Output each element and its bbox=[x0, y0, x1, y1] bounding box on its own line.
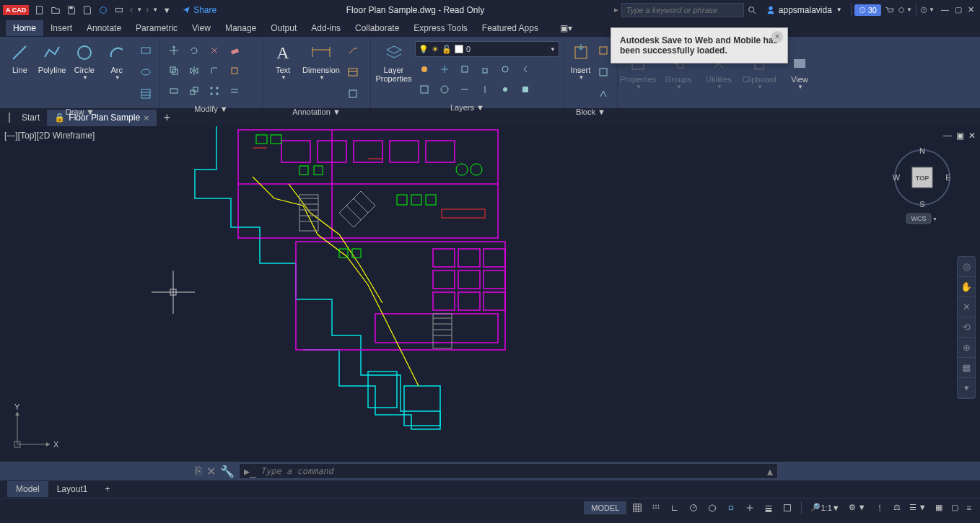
layer-off-tool[interactable] bbox=[415, 60, 434, 79]
orbit-icon[interactable]: ⟲ bbox=[958, 317, 975, 338]
pan-icon[interactable]: ✋ bbox=[958, 277, 975, 297]
layout-tab-layout1[interactable]: Layout1 bbox=[48, 481, 97, 497]
maximize-button[interactable]: ▢ bbox=[955, 5, 962, 14]
viewcube[interactable]: N S W E TOP WCS ▼ bbox=[886, 145, 958, 217]
attr-tool[interactable] bbox=[594, 84, 613, 103]
panel-modify-label[interactable]: Modify ▼ bbox=[162, 103, 261, 115]
qat-dropdown-icon[interactable]: ▼ bbox=[159, 3, 174, 17]
layer-tool-d[interactable] bbox=[476, 80, 494, 99]
saveas-icon[interactable] bbox=[80, 3, 95, 17]
new-icon[interactable] bbox=[32, 3, 47, 17]
scale-tool[interactable] bbox=[185, 82, 204, 100]
status-osnap-icon[interactable] bbox=[723, 501, 739, 514]
trim-tool[interactable] bbox=[205, 41, 224, 60]
vp-maximize-icon[interactable]: ▣ bbox=[956, 131, 964, 141]
panel-draw-label[interactable]: Draw ▼ bbox=[1, 106, 158, 118]
layer-tool-e[interactable] bbox=[496, 80, 515, 99]
layer-tool-b[interactable] bbox=[435, 80, 454, 99]
web-save-icon[interactable] bbox=[96, 3, 110, 17]
rectangle-tool[interactable] bbox=[136, 41, 155, 60]
plot-icon[interactable] bbox=[112, 3, 126, 17]
mirror-tool[interactable] bbox=[185, 61, 204, 80]
circle-tool[interactable]: Circle▼ bbox=[69, 41, 100, 81]
save-icon[interactable] bbox=[64, 3, 79, 17]
status-annoscale-icon[interactable]: ⚖ bbox=[891, 501, 904, 514]
explode-tool[interactable] bbox=[225, 61, 244, 80]
stretch-tool[interactable] bbox=[165, 82, 183, 100]
tab-view[interactable]: View bbox=[185, 20, 218, 36]
polyline-tool[interactable]: Polyline bbox=[37, 41, 68, 74]
rotate-tool[interactable] bbox=[185, 41, 204, 60]
tab-addins[interactable]: Add-ins bbox=[304, 20, 348, 36]
search-input[interactable] bbox=[621, 3, 744, 17]
hatch-tool[interactable] bbox=[136, 84, 155, 103]
line-tool[interactable]: Line bbox=[4, 41, 35, 74]
status-snap-icon[interactable] bbox=[648, 501, 664, 514]
layer-properties-tool[interactable]: Layer Properties bbox=[375, 41, 412, 99]
tab-home[interactable]: Home bbox=[6, 20, 43, 36]
status-workspace-icon[interactable]: ☰ ▼ bbox=[906, 501, 929, 514]
vp-close-icon[interactable]: ✕ bbox=[968, 131, 976, 141]
layer-freeze-tool[interactable] bbox=[435, 60, 454, 79]
cmd-custom-icon[interactable]: 🔧 bbox=[220, 465, 235, 478]
move-tool[interactable] bbox=[165, 41, 183, 60]
nav-dropdown-icon[interactable]: ▾ bbox=[958, 378, 975, 398]
status-gear-icon[interactable]: ⚙ ▼ bbox=[846, 501, 869, 514]
command-input-wrap[interactable]: ▸_ ▴ bbox=[239, 463, 778, 479]
panel-layers-label[interactable]: Layers ▼ bbox=[372, 102, 562, 113]
leader-tool[interactable] bbox=[344, 41, 362, 60]
share-button[interactable]: Share bbox=[182, 5, 216, 15]
layer-dropdown[interactable]: 💡 ☀ 🔓 0 ▼ bbox=[415, 41, 559, 57]
offset-tool[interactable] bbox=[225, 82, 244, 100]
layer-match-tool[interactable] bbox=[496, 60, 515, 79]
drawing-canvas[interactable]: [—][Top][2D Wireframe] — ▣ ✕ N S W E TOP… bbox=[0, 126, 980, 462]
cmd-history-icon[interactable]: ⎘ bbox=[195, 465, 202, 478]
text-tool[interactable]: AText▼ bbox=[267, 41, 299, 81]
command-input[interactable] bbox=[261, 466, 763, 476]
ellipse-tool[interactable] bbox=[136, 63, 155, 82]
layer-lock-tool[interactable] bbox=[476, 60, 494, 79]
dimension-tool[interactable]: Dimension▼ bbox=[300, 41, 342, 81]
status-transparency-icon[interactable] bbox=[779, 501, 795, 514]
status-ortho-icon[interactable] bbox=[667, 501, 683, 514]
status-grid-icon[interactable] bbox=[629, 501, 645, 514]
erase-tool[interactable] bbox=[225, 41, 244, 60]
copy-tool[interactable] bbox=[165, 61, 183, 80]
user-menu[interactable]: appsmalavida ▼ bbox=[766, 5, 842, 15]
toast-close-icon[interactable]: × bbox=[771, 31, 783, 43]
search-arrow-icon[interactable]: ▸ bbox=[614, 5, 618, 14]
nav-collapse-icon[interactable]: ▦ bbox=[958, 358, 975, 378]
zoom-extents-icon[interactable]: ✕ bbox=[958, 297, 975, 317]
showmotion-icon[interactable]: ⊕ bbox=[958, 338, 975, 358]
status-cleanscreen-icon[interactable]: ▢ bbox=[948, 501, 961, 514]
panel-annotation-label[interactable]: Annotation ▼ bbox=[264, 106, 369, 118]
tab-express[interactable]: Express Tools bbox=[406, 20, 474, 36]
status-annomonitor-icon[interactable] bbox=[872, 501, 888, 514]
status-model-space[interactable]: MODEL bbox=[584, 501, 626, 514]
full-nav-wheel-icon[interactable]: ◎ bbox=[958, 257, 975, 277]
layer-iso-tool[interactable] bbox=[455, 60, 474, 79]
panel-block-label[interactable]: Block ▼ bbox=[566, 106, 616, 118]
insert-tool[interactable]: Insert▼ bbox=[569, 41, 592, 81]
edit-block-tool[interactable] bbox=[594, 63, 613, 82]
layer-tool-a[interactable] bbox=[415, 80, 434, 99]
tab-manage[interactable]: Manage bbox=[218, 20, 263, 36]
new-layout-tab[interactable]: + bbox=[96, 481, 118, 497]
open-icon[interactable] bbox=[48, 3, 63, 17]
status-customize-icon[interactable]: ≡ bbox=[964, 502, 974, 514]
help-icon[interactable]: ?▼ bbox=[920, 3, 935, 17]
minimize-button[interactable]: — bbox=[941, 5, 949, 14]
tab-annotate[interactable]: Annotate bbox=[79, 20, 128, 36]
status-scale[interactable]: 🔎 1:1 ▼ bbox=[808, 501, 842, 514]
status-hardware-icon[interactable]: ▦ bbox=[932, 501, 945, 514]
array-tool[interactable] bbox=[205, 82, 224, 100]
search-icon[interactable] bbox=[745, 3, 759, 17]
layer-tool-c[interactable] bbox=[455, 80, 474, 99]
status-isodraft-icon[interactable] bbox=[704, 501, 720, 514]
status-polar-icon[interactable] bbox=[686, 501, 701, 514]
tab-featured[interactable]: Featured Apps bbox=[475, 20, 546, 36]
cart-icon[interactable] bbox=[882, 3, 896, 17]
status-otrack-icon[interactable] bbox=[742, 501, 758, 514]
wipeout-tool[interactable] bbox=[344, 84, 362, 103]
tab-collaborate[interactable]: Collaborate bbox=[348, 20, 406, 36]
